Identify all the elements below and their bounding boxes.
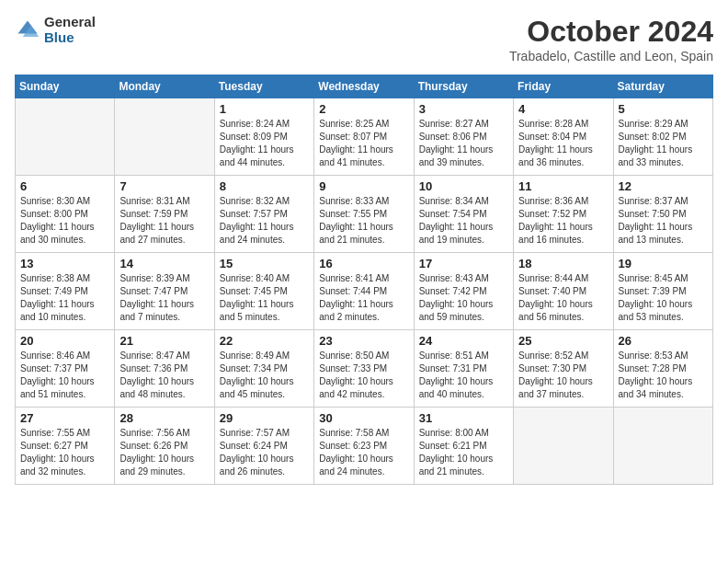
- day-number: 1: [220, 102, 309, 116]
- logo: General Blue: [15, 15, 96, 45]
- location-title: Trabadelo, Castille and Leon, Spain: [509, 49, 713, 63]
- day-detail: Sunrise: 8:27 AMSunset: 8:06 PMDaylight:…: [419, 118, 508, 169]
- day-number: 8: [220, 179, 309, 193]
- calendar-cell: 6Sunrise: 8:30 AMSunset: 8:00 PMDaylight…: [16, 176, 115, 253]
- day-detail: Sunrise: 8:44 AMSunset: 7:40 PMDaylight:…: [518, 272, 608, 324]
- day-detail: Sunrise: 8:46 AMSunset: 7:37 PMDaylight:…: [20, 350, 109, 401]
- calendar-week-row: 1Sunrise: 8:24 AMSunset: 8:09 PMDaylight…: [16, 98, 713, 176]
- day-header-monday: Monday: [115, 75, 214, 98]
- day-detail: Sunrise: 8:31 AMSunset: 7:59 PMDaylight:…: [119, 195, 209, 247]
- day-detail: Sunrise: 7:56 AMSunset: 6:26 PMDaylight:…: [119, 427, 209, 478]
- day-header-friday: Friday: [514, 75, 613, 98]
- calendar-cell: [115, 98, 214, 176]
- day-number: 20: [20, 334, 109, 348]
- day-detail: Sunrise: 8:41 AMSunset: 7:44 PMDaylight:…: [319, 272, 408, 324]
- calendar-cell: 2Sunrise: 8:25 AMSunset: 8:07 PMDaylight…: [314, 98, 414, 176]
- day-number: 4: [518, 102, 608, 116]
- day-header-saturday: Saturday: [613, 75, 712, 98]
- day-number: 14: [119, 257, 209, 270]
- day-detail: Sunrise: 8:43 AMSunset: 7:42 PMDaylight:…: [419, 272, 508, 324]
- month-title: October 2024: [509, 15, 713, 49]
- logo-icon: [15, 17, 40, 43]
- calendar-cell: 29Sunrise: 7:57 AMSunset: 6:24 PMDayligh…: [214, 408, 313, 485]
- day-number: 7: [119, 179, 209, 193]
- day-number: 19: [619, 257, 708, 270]
- day-detail: Sunrise: 8:30 AMSunset: 8:00 PMDaylight:…: [20, 195, 109, 247]
- calendar-week-row: 13Sunrise: 8:38 AMSunset: 7:49 PMDayligh…: [16, 253, 713, 330]
- calendar-cell: 25Sunrise: 8:52 AMSunset: 7:30 PMDayligh…: [514, 330, 613, 408]
- calendar-cell: 21Sunrise: 8:47 AMSunset: 7:36 PMDayligh…: [115, 330, 214, 408]
- calendar-cell: 16Sunrise: 8:41 AMSunset: 7:44 PMDayligh…: [314, 253, 414, 330]
- calendar-cell: 3Sunrise: 8:27 AMSunset: 8:06 PMDaylight…: [414, 98, 513, 176]
- day-detail: Sunrise: 8:51 AMSunset: 7:31 PMDaylight:…: [419, 350, 508, 401]
- day-detail: Sunrise: 8:37 AMSunset: 7:50 PMDaylight:…: [619, 195, 708, 247]
- calendar-cell: 20Sunrise: 8:46 AMSunset: 7:37 PMDayligh…: [16, 330, 115, 408]
- day-detail: Sunrise: 8:29 AMSunset: 8:02 PMDaylight:…: [619, 118, 708, 169]
- calendar-cell: 12Sunrise: 8:37 AMSunset: 7:50 PMDayligh…: [613, 176, 712, 253]
- logo-general-text: General: [44, 15, 96, 30]
- day-number: 27: [20, 411, 109, 425]
- calendar-cell: 11Sunrise: 8:36 AMSunset: 7:52 PMDayligh…: [514, 176, 613, 253]
- calendar-week-row: 20Sunrise: 8:46 AMSunset: 7:37 PMDayligh…: [16, 330, 713, 408]
- calendar-cell: 30Sunrise: 7:58 AMSunset: 6:23 PMDayligh…: [314, 408, 414, 485]
- day-number: 5: [619, 102, 708, 116]
- calendar-cell: 15Sunrise: 8:40 AMSunset: 7:45 PMDayligh…: [214, 253, 313, 330]
- day-number: 28: [119, 411, 209, 425]
- calendar-cell: 13Sunrise: 8:38 AMSunset: 7:49 PMDayligh…: [16, 253, 115, 330]
- day-number: 29: [220, 411, 309, 425]
- day-detail: Sunrise: 8:38 AMSunset: 7:49 PMDaylight:…: [20, 272, 109, 324]
- day-number: 6: [20, 179, 109, 193]
- calendar-cell: 26Sunrise: 8:53 AMSunset: 7:28 PMDayligh…: [613, 330, 712, 408]
- calendar-cell: 18Sunrise: 8:44 AMSunset: 7:40 PMDayligh…: [514, 253, 613, 330]
- day-number: 13: [20, 257, 109, 270]
- day-number: 12: [619, 179, 708, 193]
- calendar-cell: 5Sunrise: 8:29 AMSunset: 8:02 PMDaylight…: [613, 98, 712, 176]
- calendar-cell: 24Sunrise: 8:51 AMSunset: 7:31 PMDayligh…: [414, 330, 513, 408]
- day-number: 30: [319, 411, 408, 425]
- day-detail: Sunrise: 8:33 AMSunset: 7:55 PMDaylight:…: [319, 195, 408, 247]
- day-detail: Sunrise: 8:52 AMSunset: 7:30 PMDaylight:…: [518, 350, 608, 401]
- calendar-cell: [514, 408, 613, 485]
- day-number: 21: [119, 334, 209, 348]
- calendar-cell: 4Sunrise: 8:28 AMSunset: 8:04 PMDaylight…: [514, 98, 613, 176]
- calendar-week-row: 27Sunrise: 7:55 AMSunset: 6:27 PMDayligh…: [16, 408, 713, 485]
- calendar-cell: 22Sunrise: 8:49 AMSunset: 7:34 PMDayligh…: [214, 330, 313, 408]
- day-detail: Sunrise: 7:57 AMSunset: 6:24 PMDaylight:…: [220, 427, 309, 478]
- day-detail: Sunrise: 8:40 AMSunset: 7:45 PMDaylight:…: [220, 272, 309, 324]
- calendar-week-row: 6Sunrise: 8:30 AMSunset: 8:00 PMDaylight…: [16, 176, 713, 253]
- day-number: 23: [319, 334, 408, 348]
- calendar-cell: 9Sunrise: 8:33 AMSunset: 7:55 PMDaylight…: [314, 176, 414, 253]
- day-header-wednesday: Wednesday: [314, 75, 414, 98]
- calendar-cell: 31Sunrise: 8:00 AMSunset: 6:21 PMDayligh…: [414, 408, 513, 485]
- day-detail: Sunrise: 7:55 AMSunset: 6:27 PMDaylight:…: [20, 427, 109, 478]
- day-detail: Sunrise: 8:36 AMSunset: 7:52 PMDaylight:…: [518, 195, 608, 247]
- day-detail: Sunrise: 8:39 AMSunset: 7:47 PMDaylight:…: [119, 272, 209, 324]
- calendar-cell: [613, 408, 712, 485]
- day-detail: Sunrise: 8:32 AMSunset: 7:57 PMDaylight:…: [220, 195, 309, 247]
- day-detail: Sunrise: 8:50 AMSunset: 7:33 PMDaylight:…: [319, 350, 408, 401]
- calendar-cell: 23Sunrise: 8:50 AMSunset: 7:33 PMDayligh…: [314, 330, 414, 408]
- calendar-header-row: SundayMondayTuesdayWednesdayThursdayFrid…: [16, 75, 713, 98]
- day-number: 22: [220, 334, 309, 348]
- day-detail: Sunrise: 8:47 AMSunset: 7:36 PMDaylight:…: [119, 350, 209, 401]
- day-detail: Sunrise: 8:45 AMSunset: 7:39 PMDaylight:…: [619, 272, 708, 324]
- page-header: General Blue October 2024 Trabadelo, Cas…: [15, 15, 713, 63]
- calendar-cell: 27Sunrise: 7:55 AMSunset: 6:27 PMDayligh…: [16, 408, 115, 485]
- title-block: October 2024 Trabadelo, Castille and Leo…: [509, 15, 713, 63]
- day-detail: Sunrise: 8:49 AMSunset: 7:34 PMDaylight:…: [220, 350, 309, 401]
- day-number: 24: [419, 334, 508, 348]
- day-detail: Sunrise: 8:34 AMSunset: 7:54 PMDaylight:…: [419, 195, 508, 247]
- calendar-cell: 14Sunrise: 8:39 AMSunset: 7:47 PMDayligh…: [115, 253, 214, 330]
- day-number: 15: [220, 257, 309, 270]
- calendar-cell: 8Sunrise: 8:32 AMSunset: 7:57 PMDaylight…: [214, 176, 313, 253]
- day-detail: Sunrise: 8:24 AMSunset: 8:09 PMDaylight:…: [220, 118, 309, 169]
- day-detail: Sunrise: 8:53 AMSunset: 7:28 PMDaylight:…: [619, 350, 708, 401]
- day-detail: Sunrise: 8:25 AMSunset: 8:07 PMDaylight:…: [319, 118, 408, 169]
- calendar-cell: [16, 98, 115, 176]
- calendar-cell: 7Sunrise: 8:31 AMSunset: 7:59 PMDaylight…: [115, 176, 214, 253]
- day-number: 16: [319, 257, 408, 270]
- day-number: 11: [518, 179, 608, 193]
- day-detail: Sunrise: 7:58 AMSunset: 6:23 PMDaylight:…: [319, 427, 408, 478]
- day-number: 26: [619, 334, 708, 348]
- day-number: 17: [419, 257, 508, 270]
